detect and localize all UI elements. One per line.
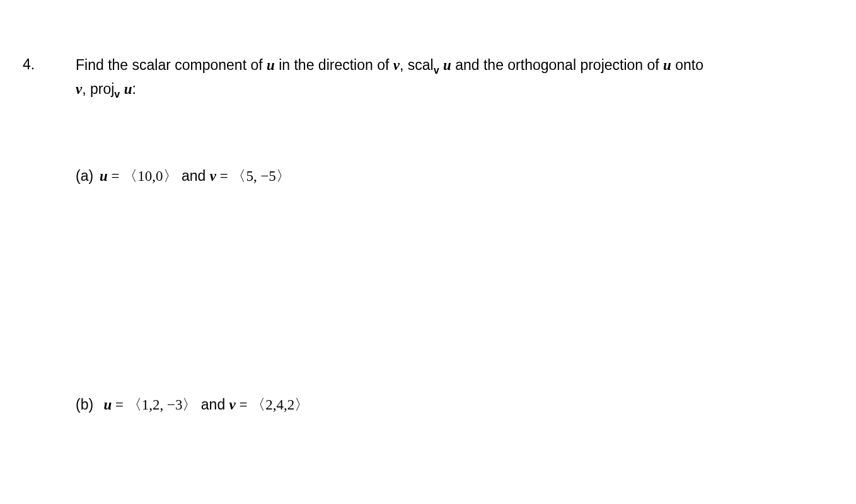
text-segment: Find the scalar component of	[76, 57, 267, 73]
part-label-b: (b)	[76, 394, 100, 415]
vector-u: u	[103, 397, 112, 413]
text-segment: in the direction of	[275, 57, 393, 73]
vector-u: u	[124, 81, 132, 97]
vector-u-value: 〈10,0〉	[123, 168, 177, 184]
problem-row: 4. Find the scalar component of u in the…	[23, 54, 856, 415]
vector-v: v	[393, 57, 400, 73]
subscript-v: v	[114, 88, 120, 99]
and-text: and	[178, 168, 210, 184]
problem-number: 4.	[23, 54, 76, 74]
text-segment: :	[132, 81, 136, 97]
vector-u: u	[267, 57, 275, 73]
vector-u-value: 〈1,2, −3〉	[127, 397, 197, 413]
text-segment: and the orthogonal projection of	[451, 57, 663, 73]
text-segment: , scal	[400, 57, 434, 73]
part-label-a: (a)	[76, 166, 100, 186]
vector-u: u	[443, 57, 451, 73]
vector-v: v	[76, 81, 82, 97]
part-b: (b) u = 〈1,2, −3〉 and v = 〈2,4,2〉	[76, 394, 706, 415]
text-segment: onto	[671, 57, 703, 73]
vector-v-value: 〈2,4,2〉	[251, 397, 309, 413]
equals: =	[236, 397, 251, 413]
vector-u: u	[100, 168, 108, 184]
equals: =	[216, 168, 231, 184]
vector-u: u	[663, 57, 671, 73]
page-container: 4. Find the scalar component of u in the…	[0, 0, 856, 415]
vector-v: v	[210, 168, 216, 184]
text-segment: , proj	[82, 81, 114, 97]
problem-statement: Find the scalar component of u in the di…	[76, 54, 706, 101]
equals: =	[108, 168, 123, 184]
vector-v-value: 〈5, −5〉	[231, 168, 290, 184]
vector-v: v	[229, 397, 236, 413]
and-text: and	[197, 396, 229, 413]
problem-content: Find the scalar component of u in the di…	[76, 54, 706, 415]
subscript-v: v	[434, 64, 439, 76]
part-a: (a)u = 〈10,0〉 and v = 〈5, −5〉	[76, 166, 706, 186]
equals: =	[112, 397, 127, 413]
